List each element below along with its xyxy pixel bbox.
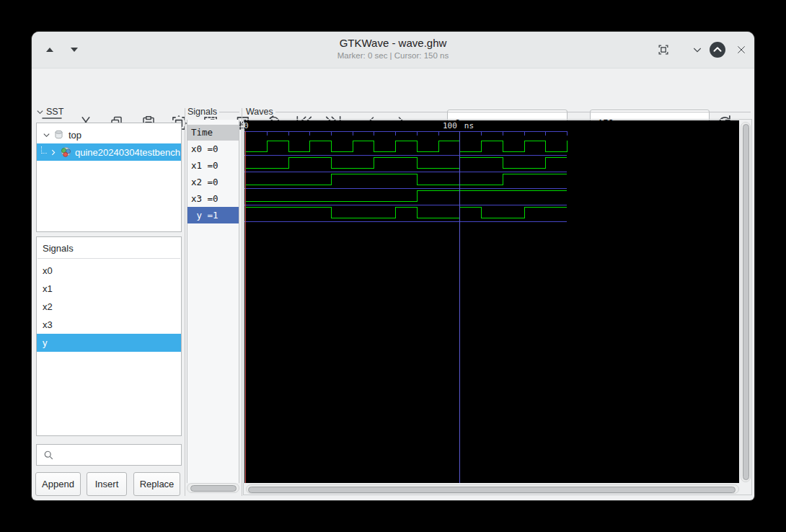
svg-text:100: 100 [443,121,457,130]
pane-divider[interactable] [185,108,185,496]
waves-vscrollbar[interactable] [741,122,751,482]
module-icon [60,146,72,159]
svg-text:0: 0 [244,121,249,130]
names-frame-text: Signals [187,107,217,117]
chevron-down-icon [692,44,703,56]
search-icon [43,449,55,461]
signal-list-item-x0[interactable]: x0 [37,262,181,280]
marker-cursor-status: Marker: 0 sec | Cursor: 150 ns [32,51,754,60]
tree-item-label: top [69,130,81,141]
database-icon [53,129,64,141]
names-hscrollbar-thumb[interactable] [190,485,237,492]
waves-hscrollbar[interactable] [246,484,739,494]
toolbar: From: To: [32,68,754,107]
expander-right-icon [50,148,57,156]
divider [37,258,180,259]
signal-list-item-x2[interactable]: x2 [37,298,181,316]
wave-canvas[interactable]: 0100ns [244,120,739,483]
waveform-plot: 0100ns [244,120,739,483]
signal-names-panel: Time x0 =0 x1 =0 x2 =0 x3 =0 y =1 [187,120,239,483]
expander-down-icon [36,108,44,116]
name-row-x2[interactable]: x2 =0 [187,174,239,190]
waves-frame-text: Waves [246,107,273,117]
waves-hscrollbar-thumb[interactable] [248,487,736,493]
menu-expand-button[interactable] [688,40,707,59]
name-row-y[interactable]: y =1 [187,207,239,223]
gtkwave-window: GTKWave - wave.ghw Marker: 0 sec | Curso… [32,32,754,500]
tree-item-testbench[interactable]: quine20240304testbench [37,143,181,161]
signal-list-title: Signals [37,237,181,258]
name-row-x0[interactable]: x0 =0 [187,141,239,157]
names-frame-label: Signals [187,107,239,117]
sst-tree: top quine20240304testbench [36,123,182,232]
waves-frame-label: Waves [246,107,751,117]
sst-header-label: SST [46,107,63,117]
name-row-x3[interactable]: x3 =0 [187,190,239,207]
boost-button[interactable] [708,40,727,59]
time-header[interactable]: Time [187,125,239,141]
fullscreen-button[interactable] [654,40,673,59]
pane-divider[interactable] [242,108,242,496]
screen-background: GTKWave - wave.ghw Marker: 0 sec | Curso… [0,0,786,532]
chevron-up-circle-icon [709,41,726,58]
titlebar[interactable]: GTKWave - wave.ghw Marker: 0 sec | Curso… [32,32,754,68]
signal-list-item-y[interactable]: y [37,334,181,352]
expander-down-icon [43,131,50,139]
svg-text:ns: ns [464,121,474,130]
close-button[interactable] [732,40,751,59]
signal-search-field[interactable] [36,444,182,466]
frame-line [275,112,751,112]
append-button[interactable]: Append [35,472,81,496]
insert-button[interactable]: Insert [87,472,127,496]
tree-item-label: quine20240304testbench [75,147,180,158]
waves-vscrollbar-thumb[interactable] [743,124,749,480]
names-hscrollbar[interactable] [187,483,239,493]
sst-header[interactable]: SST [36,107,63,117]
frame-line [219,112,239,112]
name-row-x1[interactable]: x1 =0 [187,157,239,174]
fullscreen-icon [656,43,671,57]
window-title: GTKWave - wave.ghw [32,37,754,49]
tree-connector [41,146,47,154]
close-icon [736,44,747,56]
signal-list-item-x3[interactable]: x3 [37,316,181,334]
replace-button[interactable]: Replace [133,472,180,496]
signal-list-item-x1[interactable]: x1 [37,280,181,298]
signal-list-box: Signals x0 x1 x2 x3 y [36,236,182,436]
tree-item-top[interactable]: top [37,126,181,143]
